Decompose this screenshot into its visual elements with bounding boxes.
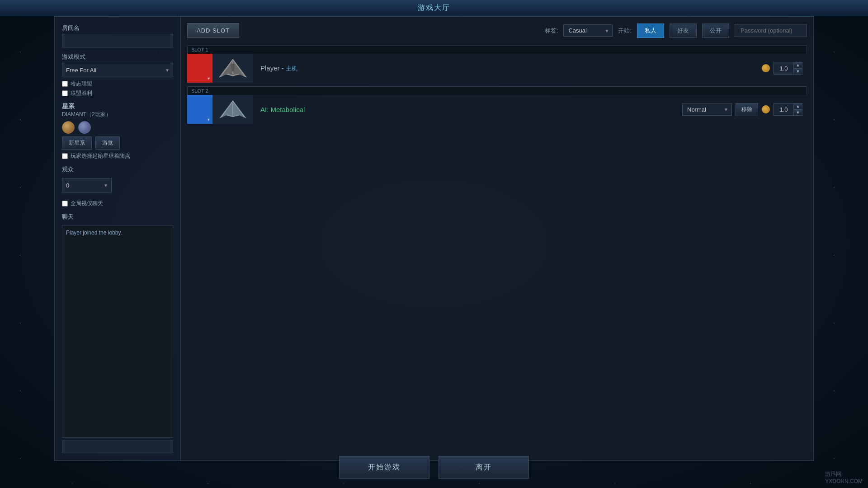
right-panel: ADD SLOT 标签: Casual Competitive Fun ▼ 开始… — [181, 16, 814, 461]
slot-1-controls: 1.0 ▲ ▼ — [762, 54, 807, 83]
room-name-label: 房间名 — [62, 24, 173, 32]
tag-label: 标签: — [545, 27, 558, 35]
slot-2-speed-value: 1.0 — [774, 103, 793, 116]
slot-2-remove-button[interactable]: 移除 — [736, 103, 758, 116]
slot-1-speed-value: 1.0 — [774, 62, 793, 75]
slot-1-color[interactable]: ▼ — [187, 54, 212, 83]
spectator-dropdown-wrap: 0 1 2 4 ▼ — [62, 178, 112, 192]
slot-2-speed-up[interactable]: ▲ — [793, 103, 802, 109]
checkbox-alliance-label: 哈志联盟 — [71, 80, 92, 88]
slot-2-speed-btns: ▲ ▼ — [793, 103, 802, 116]
checkbox-landing-input[interactable] — [62, 153, 68, 159]
slot-1-ship — [212, 54, 253, 83]
chat-label: 聊天 — [62, 213, 173, 221]
new-star-button[interactable]: 新星系 — [62, 136, 92, 150]
checkbox-victory[interactable]: 联盟胜利 — [62, 89, 173, 97]
slot-1-player-name: Player - 主机 — [260, 64, 297, 73]
star-icon-2 — [78, 121, 91, 134]
public-button[interactable]: 公开 — [702, 23, 729, 38]
slot-2-color-arrow: ▼ — [207, 117, 211, 122]
checkbox-fullscene-label: 全局视仪聊天 — [71, 200, 103, 207]
chat-message: Player joined the lobby. — [66, 230, 122, 236]
slot-2: ▼ AI: Metabolical Easy — [187, 95, 807, 124]
password-input[interactable] — [735, 24, 807, 37]
slot-1-speed-up[interactable]: ▲ — [793, 62, 802, 68]
slot-2-color[interactable]: ▼ — [187, 95, 212, 124]
slot-1-host-tag: 主机 — [286, 65, 297, 72]
toolbar: ADD SLOT 标签: Casual Competitive Fun ▼ 开始… — [187, 23, 807, 38]
slot-1-coin-icon — [762, 64, 770, 72]
slot-1-speed: 1.0 ▲ ▼ — [774, 62, 802, 75]
slot-1-color-arrow: ▼ — [207, 76, 211, 81]
slot-2-speed-down[interactable]: ▼ — [793, 109, 802, 116]
slot-1-player-info: Player - 主机 — [253, 54, 762, 83]
slot-2-coin-icon — [762, 105, 770, 113]
slot-1: ▼ Player - 主机 — [187, 54, 807, 83]
main-container: 房间名 游戏模式 Free For All Team Battle Cooper… — [54, 16, 814, 461]
slot-2-difficulty-wrap: Easy Normal Hard Brutal ▼ — [682, 103, 732, 116]
slot-2-label: SLOT 2 — [187, 86, 807, 95]
game-mode-select[interactable]: Free For All Team Battle Cooperative — [62, 63, 173, 77]
watermark: 游迅网 YXDOHN.COM — [825, 470, 863, 484]
game-mode-label: 游戏模式 — [62, 53, 173, 61]
checkbox-landing[interactable]: 玩家选择起始星球着陆点 — [62, 152, 173, 160]
star-system-title: 星系 — [62, 103, 173, 111]
star-system-rank: DIAMANT（2玩家） — [62, 111, 173, 118]
star-system-section: 星系 DIAMANT（2玩家） 新星系 游览 玩家选择起始星球着陆点 — [62, 103, 173, 160]
slot-1-ship-svg — [215, 57, 251, 80]
spectator-label: 观众 — [62, 165, 173, 174]
bottom-bar: 开始游戏 离开 — [0, 456, 868, 479]
slot-1-speed-btns: ▲ ▼ — [793, 62, 802, 75]
slot-1-speed-down[interactable]: ▼ — [793, 68, 802, 75]
slot-2-speed: 1.0 ▲ ▼ — [774, 103, 802, 116]
game-mode-dropdown-wrap: Free For All Team Battle Cooperative ▼ — [62, 63, 173, 77]
start-game-button[interactable]: 开始游戏 — [339, 456, 429, 479]
checkbox-alliance-input[interactable] — [62, 81, 68, 87]
leave-button[interactable]: 离开 — [439, 456, 529, 479]
checkbox-landing-label: 玩家选择起始星球着陆点 — [71, 152, 130, 160]
tag-select-wrap: Casual Competitive Fun ▼ — [563, 24, 613, 37]
slot-2-player-info: AI: Metabolical — [253, 95, 682, 124]
title-bar: 游戏大厅 — [0, 0, 868, 16]
star-icon-1 — [62, 121, 75, 134]
chat-section: 聊天 Player joined the lobby. — [62, 213, 173, 453]
checkbox-victory-input[interactable] — [62, 90, 68, 96]
star-icons — [62, 121, 173, 134]
slot-2-controls: Easy Normal Hard Brutal ▼ 移除 1.0 ▲ ▼ — [682, 95, 807, 124]
game-mode-section: 游戏模式 Free For All Team Battle Cooperativ… — [62, 53, 173, 97]
room-name-input[interactable] — [62, 34, 173, 47]
add-slot-button[interactable]: ADD SLOT — [187, 23, 239, 38]
tag-select[interactable]: Casual Competitive Fun — [563, 24, 613, 37]
title-text: 游戏大厅 — [418, 3, 450, 13]
friends-button[interactable]: 好友 — [670, 23, 697, 38]
slot-1-label: SLOT 1 — [187, 45, 807, 54]
left-panel: 房间名 游戏模式 Free For All Team Battle Cooper… — [54, 16, 181, 461]
slot-2-wrapper: SLOT 2 ▼ AI: Metabolical — [187, 86, 807, 124]
slot-2-ai-name: AI: Metabolical — [260, 106, 305, 113]
slot-2-ship — [212, 95, 253, 124]
spectator-section: 观众 0 1 2 4 ▼ 全局视仪聊天 — [62, 165, 173, 207]
checkbox-fullscene-input[interactable] — [62, 201, 68, 206]
slot-2-ship-svg — [215, 98, 251, 121]
slot-1-wrapper: SLOT 1 ▼ Player - — [187, 45, 807, 83]
checkbox-alliance[interactable]: 哈志联盟 — [62, 80, 173, 88]
browse-button[interactable]: 游览 — [95, 136, 120, 150]
checkbox-victory-label: 联盟胜利 — [71, 89, 92, 97]
slot-2-difficulty-select[interactable]: Easy Normal Hard Brutal — [682, 103, 732, 116]
checkbox-fullscene[interactable]: 全局视仪聊天 — [62, 200, 173, 207]
host-label: 开始: — [618, 27, 632, 35]
room-name-section: 房间名 — [62, 24, 173, 47]
chat-input[interactable] — [62, 441, 173, 453]
star-btn-row: 新星系 游览 — [62, 136, 173, 150]
private-button[interactable]: 私人 — [637, 23, 664, 38]
chat-area: Player joined the lobby. — [62, 225, 173, 438]
spectator-select[interactable]: 0 1 2 4 — [62, 178, 112, 192]
